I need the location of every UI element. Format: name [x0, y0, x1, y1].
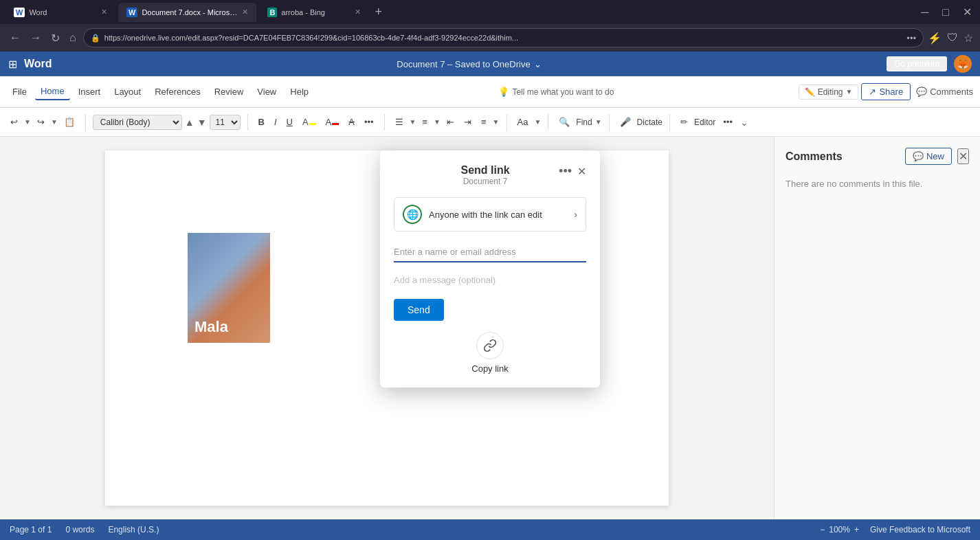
lightbulb-icon: 💡: [498, 87, 509, 97]
font-size-up-icon[interactable]: ▲: [185, 117, 194, 128]
bold-button[interactable]: B: [255, 115, 268, 129]
shield-icon[interactable]: 🛡: [947, 32, 958, 44]
share-button[interactable]: ↗ Share: [861, 83, 911, 100]
ribbon-search-text[interactable]: Tell me what you want to do: [512, 87, 614, 97]
redo-button[interactable]: ↪: [34, 115, 48, 129]
modal-subtitle: Document 7: [414, 177, 556, 186]
italic-button[interactable]: I: [271, 115, 280, 129]
more-formatting-button[interactable]: •••: [361, 115, 377, 129]
user-avatar[interactable]: 🦊: [954, 55, 972, 73]
find-label[interactable]: Find: [576, 117, 592, 127]
address-bar[interactable]: 🔒 https://onedrive.live.com/edit.aspx?re…: [83, 28, 924, 47]
toolbar-more-button[interactable]: •••: [720, 115, 736, 129]
message-area[interactable]: Add a message (optional): [394, 272, 586, 288]
clipboard-button[interactable]: 📋: [60, 115, 78, 129]
tab-bing[interactable]: B arroba - Bing ✕: [259, 3, 369, 22]
address-more-icon[interactable]: •••: [906, 33, 916, 43]
find-chevron-icon[interactable]: ▼: [595, 118, 602, 126]
zoom-out-button[interactable]: −: [820, 525, 825, 535]
find-button[interactable]: 🔍: [555, 115, 573, 129]
font-size-selector[interactable]: 11: [210, 115, 241, 130]
browser-nav-bar: ← → ↻ ⌂ 🔒 https://onedrive.live.com/edit…: [0, 24, 980, 52]
undo-chevron-icon[interactable]: ▼: [24, 118, 31, 126]
editing-mode[interactable]: ✏️ Editing ▼: [799, 85, 859, 100]
back-button[interactable]: ←: [7, 29, 23, 47]
tab-review[interactable]: Review: [209, 84, 249, 100]
tab-bing-label: arroba - Bing: [281, 8, 325, 16]
tab-bing-close[interactable]: ✕: [355, 8, 361, 16]
alignment-chevron-icon[interactable]: ▼: [493, 118, 500, 126]
modal-more-button[interactable]: •••: [556, 164, 575, 179]
tab-document-close[interactable]: ✕: [242, 8, 248, 16]
highlight-button[interactable]: A: [299, 115, 320, 129]
app-grid-icon[interactable]: ⊞: [8, 58, 17, 71]
zoom-control[interactable]: − 100% +: [820, 525, 859, 535]
styles-button[interactable]: Aa: [514, 115, 532, 129]
refresh-button[interactable]: ↻: [48, 29, 63, 47]
numbered-list-chevron-icon[interactable]: ▼: [434, 118, 441, 126]
feedback-link[interactable]: Give Feedback to Microsoft: [870, 525, 970, 535]
share-icon: ↗: [869, 87, 876, 97]
alignment-button[interactable]: ≡: [478, 115, 490, 129]
doc-status: Saved to OneDrive: [455, 59, 531, 69]
home-button[interactable]: ⌂: [67, 29, 79, 47]
font-size-down-icon[interactable]: ▼: [197, 117, 207, 128]
editor-label[interactable]: Editor: [694, 117, 715, 127]
list-group: ☰ ▼ ≡ ▼ ⇤ ⇥ ≡ ▼: [392, 115, 500, 129]
underline-button[interactable]: U: [283, 115, 296, 129]
tab-insert[interactable]: Insert: [73, 84, 107, 100]
status-right: − 100% + Give Feedback to Microsoft: [820, 525, 970, 535]
font-color-button[interactable]: A: [322, 115, 343, 129]
zoom-level: 100%: [829, 525, 850, 535]
editor-button[interactable]: ✏: [677, 115, 691, 129]
permission-row[interactable]: 🌐 Anyone with the link can edit ›: [394, 197, 586, 232]
modal-close-button[interactable]: ✕: [577, 165, 586, 178]
strikethrough-button[interactable]: A: [345, 115, 358, 129]
email-input[interactable]: [394, 243, 586, 262]
send-button[interactable]: Send: [394, 299, 444, 321]
message-placeholder: Add a message (optional): [394, 275, 495, 285]
styles-chevron-icon[interactable]: ▼: [534, 118, 541, 126]
font-name-selector[interactable]: Calibri (Body): [93, 115, 182, 130]
doc-tab-icon: W: [126, 8, 137, 17]
numbered-list-button[interactable]: ≡: [419, 115, 432, 129]
tab-file[interactable]: File: [7, 84, 32, 100]
comments-button[interactable]: 💬 Comments: [916, 87, 973, 97]
word-app-bar: ⊞ Word Document 7 – Saved to OneDrive ⌄ …: [0, 52, 980, 76]
star-icon[interactable]: ☆: [964, 32, 973, 45]
toolbar-expand-icon[interactable]: ⌄: [740, 117, 748, 128]
tab-view[interactable]: View: [252, 84, 282, 100]
tab-layout[interactable]: Layout: [109, 84, 146, 100]
forward-button[interactable]: →: [27, 29, 44, 47]
tab-document[interactable]: W Document 7.docx - Microsoft ... ✕: [118, 3, 256, 22]
ribbon-search[interactable]: 💡 Tell me what you want to do: [317, 87, 796, 97]
globe-icon: 🌐: [403, 205, 422, 224]
bullet-list-button[interactable]: ☰: [392, 115, 407, 129]
minimize-button[interactable]: ─: [918, 3, 931, 21]
font-group: Calibri (Body) ▲ ▼ 11: [93, 115, 241, 130]
tab-home[interactable]: Home: [35, 83, 70, 100]
bullet-list-chevron-icon[interactable]: ▼: [410, 118, 416, 126]
indent-button[interactable]: ⇥: [460, 115, 475, 129]
tab-references[interactable]: References: [149, 84, 205, 100]
close-window-button[interactable]: ✕: [960, 3, 975, 21]
copy-link-button[interactable]: [476, 332, 504, 359]
tab-add-button[interactable]: +: [375, 5, 382, 19]
outdent-button[interactable]: ⇤: [443, 115, 458, 129]
permission-chevron-icon: ›: [574, 209, 577, 220]
dictate-label[interactable]: Dictate: [637, 117, 662, 127]
undo-button[interactable]: ↩: [7, 115, 21, 129]
tab-help[interactable]: Help: [285, 84, 314, 100]
zoom-in-button[interactable]: +: [854, 525, 859, 535]
dictate-button[interactable]: 🎤: [616, 115, 634, 129]
tab-word[interactable]: W Word ✕: [5, 3, 115, 22]
extensions-icon[interactable]: ⚡: [928, 32, 942, 45]
premium-button[interactable]: Go premium: [887, 56, 947, 71]
tab-word-close[interactable]: ✕: [101, 8, 107, 16]
word-count: 0 words: [65, 525, 94, 535]
formatting-group: B I U A A A •••: [255, 115, 377, 129]
redo-chevron-icon[interactable]: ▼: [51, 118, 58, 126]
doc-status-chevron[interactable]: ⌄: [534, 59, 542, 69]
maximize-button[interactable]: □: [939, 3, 952, 21]
toolbar-sep-6: [609, 114, 610, 131]
